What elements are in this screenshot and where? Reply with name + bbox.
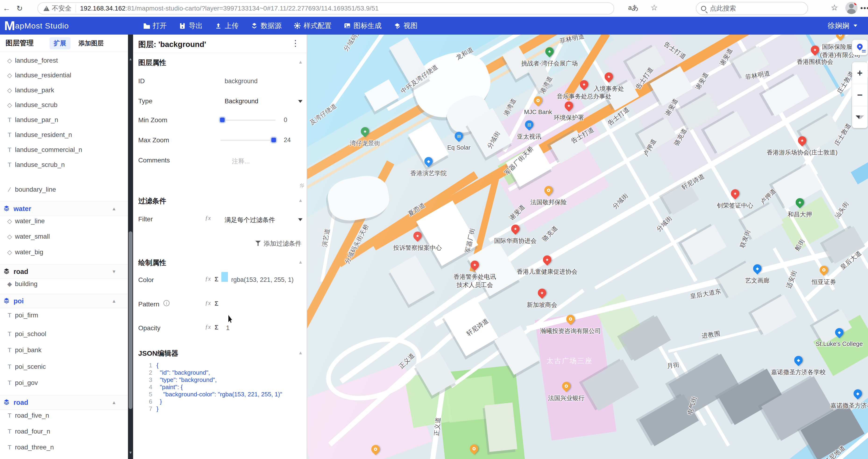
- map-marker[interactable]: ★: [811, 46, 819, 54]
- sigma-icon[interactable]: Σ: [215, 300, 218, 307]
- maxzoom-slider[interactable]: [220, 140, 276, 141]
- layer-item-poi_school[interactable]: Tpoi_school: [0, 327, 128, 341]
- map-marker[interactable]: ★: [543, 255, 551, 264]
- map-marker[interactable]: [371, 445, 380, 453]
- collapse-icon[interactable]: ▲: [298, 259, 303, 265]
- map-marker[interactable]: [836, 35, 844, 39]
- browser-menu-icon[interactable]: •••: [860, 4, 868, 12]
- color-swatch[interactable]: [221, 272, 228, 282]
- menu-item-view[interactable]: 视图: [394, 21, 417, 31]
- layer-item-landuse_park[interactable]: ◇landuse_park: [0, 84, 128, 97]
- map-marker[interactable]: ★: [731, 189, 739, 198]
- map-marker[interactable]: ★: [565, 102, 573, 110]
- fx-icon[interactable]: ƒx: [205, 299, 211, 307]
- layer-item-water_line[interactable]: ◇water_line: [0, 214, 128, 228]
- expand-button[interactable]: 扩展: [50, 37, 70, 49]
- collapse-icon[interactable]: ▲: [298, 59, 303, 65]
- map-marker[interactable]: ★: [798, 136, 806, 145]
- type-value[interactable]: Background: [225, 98, 258, 105]
- layer-item-landuse_residential[interactable]: ◇landuse_residential: [0, 69, 128, 82]
- menu-item-upload[interactable]: 上传: [215, 21, 239, 31]
- map-marker[interactable]: ♣: [796, 198, 804, 207]
- map-marker[interactable]: ◆: [794, 356, 803, 364]
- scroll-down-icon[interactable]: ▼: [128, 451, 133, 455]
- brand[interactable]: M apMost Studio: [4, 20, 102, 31]
- layer-item-poi_firm[interactable]: Tpoi_firm: [0, 309, 128, 322]
- map-marker[interactable]: [820, 266, 828, 274]
- collapse-icon[interactable]: ▲: [298, 350, 303, 355]
- map-marker[interactable]: ▤: [525, 120, 533, 129]
- fx-icon[interactable]: ƒx: [205, 214, 211, 222]
- address-bar[interactable]: 不安全 192.168.34.162 :81/mapmost-studio-ca…: [37, 2, 614, 15]
- layer-item-poi_gov[interactable]: Tpoi_gov: [0, 376, 128, 389]
- translate-icon[interactable]: aあ: [628, 3, 639, 12]
- map-canvas[interactable]: 分域码头街菲林明道龙和道中环及湾仔绕道及湾仔绕道港湾道港湾道告士打道告士打道告士…: [307, 35, 868, 459]
- comments-input[interactable]: 注释...: [232, 157, 250, 166]
- layer-item-poi_scenic[interactable]: Tpoi_scenic: [0, 360, 128, 373]
- group-collapse-icon[interactable]: ▼: [112, 269, 116, 275]
- add-filter-button[interactable]: 添加过滤条件: [255, 239, 302, 248]
- layer-item-landuse_forest[interactable]: ◇landuse_forest: [0, 54, 128, 67]
- user-menu[interactable]: 徐娴娴: [828, 17, 857, 35]
- collapse-icon[interactable]: ▲: [298, 198, 303, 203]
- browser-search-box[interactable]: 点此搜索: [696, 2, 808, 15]
- map-marker[interactable]: ▤: [455, 132, 463, 140]
- opacity-value[interactable]: 1: [226, 324, 229, 332]
- json-editor[interactable]: 1{2 "id": "background",3 "type": "backgr…: [138, 362, 302, 412]
- map-marker[interactable]: ♣: [545, 47, 554, 56]
- info-icon[interactable]: i: [163, 300, 169, 306]
- layer-group-poi[interactable]: poi▲: [0, 294, 128, 308]
- fx-icon[interactable]: ƒx: [205, 323, 211, 331]
- resize-grip[interactable]: [300, 184, 304, 188]
- layer-group-road[interactable]: road▲: [0, 395, 128, 410]
- map-marker[interactable]: ♣: [361, 127, 369, 136]
- fx-icon[interactable]: ƒx: [205, 275, 211, 282]
- refresh-icon[interactable]: ↻: [13, 4, 26, 13]
- filter-value[interactable]: 满足每个过滤条件: [225, 216, 275, 224]
- layer-item-water_big[interactable]: ◇water_big: [0, 246, 128, 259]
- minzoom-slider-thumb[interactable]: [220, 118, 225, 122]
- add-layer-button[interactable]: 添加图层: [79, 39, 104, 48]
- filter-dropdown-icon[interactable]: [298, 218, 302, 221]
- map-marker[interactable]: [562, 382, 570, 390]
- layer-item-landuse_scrub_n[interactable]: Tlanduse_scrub_n: [0, 158, 128, 171]
- map-marker[interactable]: [470, 444, 478, 453]
- zoom-out-button[interactable]: −: [852, 84, 868, 106]
- tilt-button[interactable]: [852, 106, 868, 128]
- map-marker[interactable]: ★: [604, 73, 613, 81]
- back-icon[interactable]: ←: [0, 4, 13, 12]
- color-value[interactable]: rgba(153, 221, 255, 1): [231, 276, 293, 284]
- zoom-in-button[interactable]: +: [852, 62, 868, 84]
- map-marker[interactable]: ◆: [424, 157, 433, 166]
- menu-item-style[interactable]: 样式配置: [294, 21, 332, 31]
- layer-group-road[interactable]: road▼: [0, 264, 128, 279]
- collections-icon[interactable]: ☆: [831, 3, 838, 12]
- scroll-up-icon[interactable]: ▲: [128, 57, 133, 61]
- layer-item-building[interactable]: ◆building: [0, 278, 128, 290]
- map-marker[interactable]: ◆: [854, 389, 862, 398]
- map-marker[interactable]: ★: [470, 261, 479, 269]
- sigma-icon[interactable]: Σ: [215, 324, 218, 331]
- locate-control[interactable]: [852, 40, 868, 55]
- map-marker[interactable]: ★: [511, 225, 520, 233]
- minzoom-slider[interactable]: [220, 120, 276, 121]
- layer-item-water_small[interactable]: ◇water_small: [0, 230, 128, 243]
- map-marker[interactable]: [534, 96, 542, 105]
- menu-item-icongen[interactable]: 图标生成: [344, 21, 381, 31]
- sigma-icon[interactable]: Σ: [215, 276, 218, 283]
- menu-item-export[interactable]: 导出: [179, 21, 203, 31]
- layer-item-landuse_scrub[interactable]: ◇landuse_scrub: [0, 98, 128, 112]
- maxzoom-slider-thumb[interactable]: [271, 138, 276, 142]
- menu-item-datasource[interactable]: 数据源: [251, 21, 282, 31]
- type-dropdown-icon[interactable]: [298, 100, 302, 103]
- layer-item-road_three_n[interactable]: Troad_three_n: [0, 441, 128, 454]
- sidebar-scrollbar[interactable]: ▲ ▼: [128, 35, 133, 459]
- menu-item-open[interactable]: 打开: [143, 21, 167, 31]
- map-marker[interactable]: ★: [580, 80, 588, 89]
- map-marker[interactable]: ◆: [753, 264, 762, 273]
- map-marker[interactable]: [544, 186, 553, 195]
- map-marker[interactable]: ◆: [835, 328, 843, 337]
- group-collapse-icon[interactable]: ▲: [112, 298, 116, 304]
- map-marker[interactable]: ★: [538, 289, 546, 297]
- group-collapse-icon[interactable]: ▲: [112, 206, 116, 211]
